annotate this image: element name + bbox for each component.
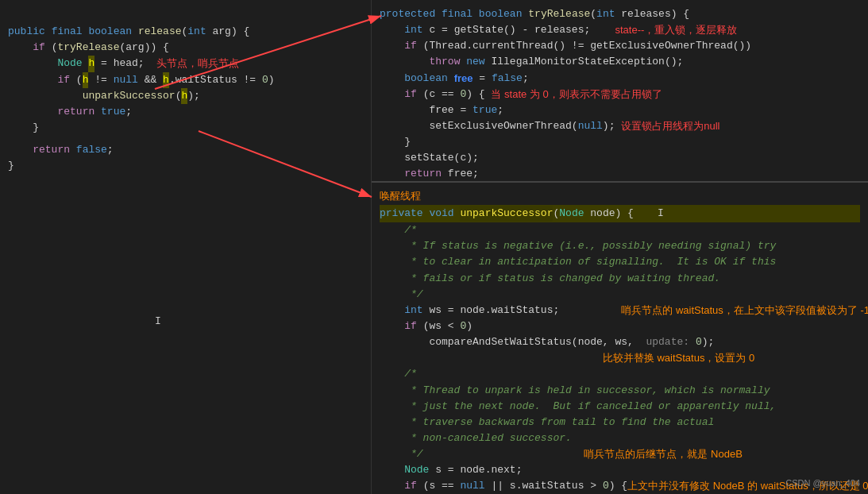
keyword-false: false <box>76 142 107 158</box>
kw-if6: if <box>404 478 417 494</box>
kw-void: void <box>429 206 453 222</box>
keyword-return2: return <box>33 142 70 158</box>
left-line-2: if (tryRelease(arg)) { <box>8 40 371 56</box>
kw-true2: true <box>473 102 497 118</box>
kw-throw: throw <box>429 54 460 70</box>
kw-if3: if <box>404 38 417 54</box>
cursor-right: I <box>658 206 664 222</box>
rb-comment-9: * traverse backwards from tail to find t… <box>380 415 860 430</box>
var-h2: h <box>83 72 89 88</box>
kw-null2: null <box>460 478 484 494</box>
kw-null: null <box>578 118 603 134</box>
num-0-3: 0 <box>460 318 466 334</box>
rb-line-compare: compareAndSetWaitStatus(node, ws, update… <box>380 334 860 350</box>
rt-line-3: if (Thread.currentThread() != getExclusi… <box>380 38 860 54</box>
rb-comment-7: * Thread to unpark is held in successor,… <box>380 383 860 399</box>
keyword-final: final <box>52 24 83 40</box>
type-node: Node <box>57 56 82 71</box>
left-line-7: } <box>8 120 371 136</box>
rb-line-nodes: Node s = node.next; <box>380 462 860 478</box>
rb-comment-3: * to clear in anticipation of signalling… <box>380 254 860 270</box>
left-panel: public final boolean release(int arg) { … <box>0 0 372 494</box>
var-h: h <box>88 56 95 71</box>
left-line-8: return false; <box>8 142 371 158</box>
left-line-empty <box>8 8 371 24</box>
left-line-4: if (h != null && h.waitStatus != 0) <box>8 72 371 88</box>
kw-final: final <box>442 6 473 22</box>
fn-release: release <box>138 24 182 40</box>
kw-boolean: boolean <box>479 6 523 22</box>
rb-comment-5: */ <box>380 287 860 303</box>
left-line-3: Node h = head; 头节点，哨兵节点 <box>8 56 371 71</box>
fn-unparksuccessor: unparkSuccessor <box>83 88 176 104</box>
rt-line-2: int c = getState() - releases; state--，重… <box>380 22 860 38</box>
rb-comment-6: /* <box>380 366 860 382</box>
rt-line-10: setState(c); <box>380 150 860 166</box>
right-top-panel: protected final boolean tryRelease(int r… <box>372 0 868 183</box>
annotation-c0: 当 state 为 0，则表示不需要占用锁了 <box>491 87 662 102</box>
left-line-1: public final boolean release(int arg) { <box>8 24 371 40</box>
left-line-6: return true; <box>8 104 371 120</box>
kw-int: int <box>596 6 615 22</box>
num-0-2: 0 <box>460 87 466 102</box>
wake-header: 唤醒线程 <box>380 189 860 203</box>
rt-line-6: if (c == 0) { 当 state 为 0，则表示不需要占用锁了 <box>380 87 860 102</box>
fn-tryrelease-r: tryRelease <box>528 6 590 22</box>
main-container: public final boolean release(int arg) { … <box>0 0 868 494</box>
kw-int3: int <box>404 303 422 318</box>
annotation-state: state--，重入锁，逐层释放 <box>615 22 737 38</box>
annotation-nodeb: 哨兵节点的后继节点，就是 NodeB <box>584 446 742 462</box>
keyword-null: null <box>114 72 138 88</box>
kw-if5: if <box>404 318 417 334</box>
rt-line-4: throw new IllegalMonitorStateException()… <box>380 54 860 70</box>
keyword-if2: if <box>57 72 70 88</box>
keyword-boolean: boolean <box>88 24 132 40</box>
type-node2: Node <box>559 206 584 222</box>
fn-tryrelease: tryRelease <box>57 40 119 56</box>
num-0-5: 0 <box>603 478 609 494</box>
keyword-int: int <box>187 24 206 40</box>
left-line-5: unparkSuccessor(h); <box>8 88 371 104</box>
rb-line-ws: int ws = node.waitStatus; 哨兵节点的 waitStat… <box>380 303 860 318</box>
kw-int2: int <box>404 22 422 38</box>
method-unparksuccessor: unparkSuccessor <box>460 206 553 222</box>
right-bottom-panel: 唤醒线程 private void unparkSuccessor(Node n… <box>372 183 868 494</box>
rt-line-1: protected final boolean tryRelease(int r… <box>380 6 860 22</box>
kw-false2: false <box>492 71 523 87</box>
keyword-true: true <box>101 104 125 120</box>
num-0-4: 0 <box>696 334 702 350</box>
cursor-left: I <box>155 315 161 327</box>
var-h4: h <box>181 88 187 104</box>
rb-comment-10: * non-cancelled successor. <box>380 430 860 446</box>
rb-highlight-line: private void unparkSuccessor(Node node) … <box>380 205 860 222</box>
left-line-9: } <box>8 158 371 174</box>
right-panel: protected final boolean tryRelease(int r… <box>372 0 868 494</box>
rb-comment-8: * just the next node. But if cancelled o… <box>380 399 860 415</box>
annotation-null: 设置锁占用线程为null <box>621 118 719 134</box>
kw-return3: return <box>404 166 442 182</box>
keyword-if: if <box>33 40 45 56</box>
rt-line-8: setExclusiveOwnerThread(null); 设置锁占用线程为n… <box>380 118 860 134</box>
rt-line-11: return free; <box>380 166 860 182</box>
keyword-public: public <box>8 24 45 40</box>
rb-comment-4: * fails or if status is changed by waiti… <box>380 271 860 287</box>
var-free: free <box>454 71 473 87</box>
kw-boolean2: boolean <box>404 71 448 87</box>
keyword-return: return <box>57 104 95 120</box>
rb-annotation-compare: 比较并替换 waitStatus，设置为 0 <box>380 350 860 366</box>
watermark: CSDN @yuan_404 <box>785 478 860 488</box>
kw-private: private <box>380 206 423 222</box>
rt-line-5: boolean free = false; <box>380 71 860 87</box>
kw-protected: protected <box>380 6 435 22</box>
rt-line-9: } <box>380 134 860 150</box>
annotation-compare: 比较并替换 waitStatus，设置为 0 <box>603 350 754 366</box>
rb-comment-close: */ 哨兵节点的后继节点，就是 NodeB <box>380 446 860 462</box>
rb-comment-2: * If status is negative (i.e., possibly … <box>380 238 860 254</box>
type-node3: Node <box>404 462 429 478</box>
label-update: update: <box>640 334 689 350</box>
annotation-head: 头节点，哨兵节点 <box>156 56 239 71</box>
var-h3: h <box>163 72 169 88</box>
num-0: 0 <box>262 72 268 88</box>
rb-comment-1: /* <box>380 222 860 238</box>
rt-line-7: free = true; <box>380 102 860 118</box>
